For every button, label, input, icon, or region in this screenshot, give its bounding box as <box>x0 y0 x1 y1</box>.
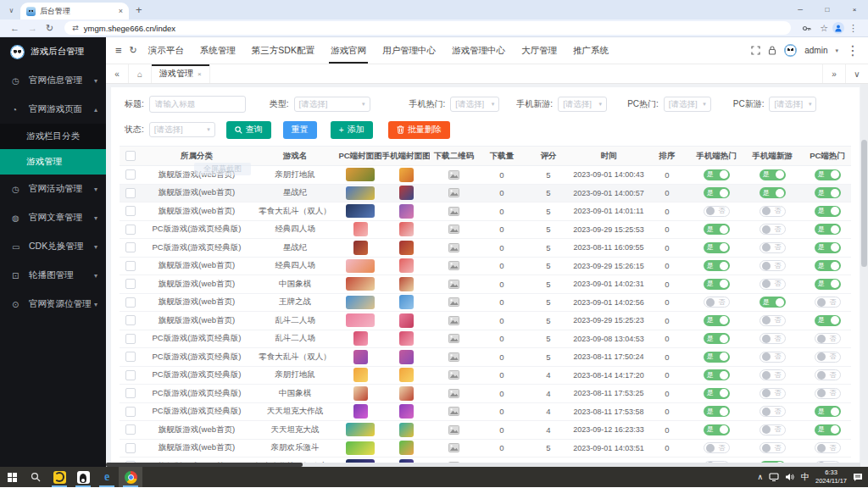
pc-cover-thumbnail[interactable] <box>346 168 375 181</box>
pc-cover-thumbnail[interactable] <box>353 386 368 401</box>
toggle-on[interactable]: 是 <box>815 187 841 198</box>
taskbar-app-qq[interactable] <box>71 467 95 487</box>
site-info-icon[interactable]: ⇄ <box>72 24 79 32</box>
add-button[interactable]: + 添加 <box>331 121 373 139</box>
search-button[interactable]: 查询 <box>226 121 271 139</box>
pc-new-select[interactable]: [请选择]▾ <box>769 97 816 112</box>
toggle-off[interactable]: 否 <box>704 442 730 453</box>
row-checkbox[interactable] <box>125 334 136 344</box>
tab-close-icon[interactable]: × <box>119 7 123 15</box>
pc-cover-thumbnail[interactable] <box>353 331 368 346</box>
pc-cover-thumbnail[interactable] <box>346 296 375 309</box>
sidebar-item-sub[interactable]: 游戏栏目分类 <box>0 124 106 149</box>
row-checkbox[interactable] <box>125 169 136 180</box>
pc-cover-thumbnail[interactable] <box>346 441 375 455</box>
more-options-icon[interactable]: ⋮ <box>846 42 860 58</box>
taskbar-search-icon[interactable] <box>24 467 47 487</box>
mobile-cover-thumbnail[interactable] <box>399 368 414 382</box>
toggle-on[interactable]: 是 <box>704 242 730 253</box>
browser-tab[interactable]: 后台管理 × <box>20 3 129 19</box>
forward-icon[interactable]: → <box>28 24 37 33</box>
topnav-item[interactable]: 系统管理 <box>200 37 236 64</box>
toggle-on[interactable]: 是 <box>815 406 841 417</box>
row-checkbox[interactable] <box>125 297 136 308</box>
toggle-off[interactable]: 否 <box>760 333 786 344</box>
toggle-off[interactable]: 否 <box>760 424 786 435</box>
toggle-on[interactable]: 是 <box>704 388 730 399</box>
home-icon[interactable]: ⌂ <box>129 64 152 83</box>
pc-cover-thumbnail[interactable] <box>346 313 375 327</box>
mobile-cover-thumbnail[interactable] <box>399 241 414 255</box>
toggle-on[interactable]: 是 <box>704 352 730 363</box>
mobile-new-select[interactable]: [请选择]▾ <box>558 97 607 112</box>
start-button[interactable] <box>0 467 24 487</box>
taskbar-app-yellow[interactable] <box>47 467 71 487</box>
toggle-off[interactable]: 否 <box>760 315 786 326</box>
topnav-item[interactable]: 演示平台 <box>148 37 184 64</box>
ime-indicator[interactable]: 中 <box>801 471 810 483</box>
pc-cover-thumbnail[interactable] <box>353 404 368 419</box>
toggle-on[interactable]: 是 <box>704 169 730 180</box>
pc-cover-thumbnail[interactable] <box>346 423 375 436</box>
toggle-on[interactable]: 是 <box>704 187 730 198</box>
toggle-on[interactable]: 是 <box>704 224 730 235</box>
toggle-on[interactable]: 是 <box>704 369 730 380</box>
toggle-on[interactable]: 是 <box>760 169 786 180</box>
toggle-on[interactable]: 是 <box>815 315 841 326</box>
toggle-off[interactable]: 否 <box>760 224 786 235</box>
row-checkbox[interactable] <box>125 388 136 398</box>
toggle-off[interactable]: 否 <box>760 206 786 217</box>
mobile-cover-thumbnail[interactable] <box>399 168 414 182</box>
chevron-down-icon[interactable]: ▾ <box>835 47 838 54</box>
mobile-cover-thumbnail[interactable] <box>399 331 414 346</box>
sidebar-group[interactable]: ◷官网信息管理▾ <box>0 66 106 95</box>
batch-delete-button[interactable]: 批量删除 <box>388 121 450 139</box>
toggle-off[interactable]: 否 <box>760 369 786 380</box>
mobile-cover-thumbnail[interactable] <box>399 350 414 364</box>
tabs-collapse-left-icon[interactable]: « <box>106 64 129 83</box>
page-tab-game-manage[interactable]: 游戏管理 × <box>152 64 210 83</box>
mobile-cover-thumbnail[interactable] <box>399 258 414 273</box>
mobile-cover-thumbnail[interactable] <box>399 277 414 291</box>
window-maximize-button[interactable]: □ <box>814 0 841 19</box>
toggle-on[interactable]: 是 <box>815 169 841 180</box>
toggle-on[interactable]: 是 <box>760 297 786 308</box>
browser-menu-icon[interactable]: ⋮ <box>849 24 858 33</box>
row-checkbox[interactable] <box>125 407 136 417</box>
toggle-off[interactable]: 否 <box>760 388 786 399</box>
toggle-off[interactable]: 否 <box>760 406 786 417</box>
row-checkbox[interactable] <box>125 352 136 362</box>
mobile-cover-thumbnail[interactable] <box>399 441 414 455</box>
window-minimize-button[interactable]: ─ <box>787 0 814 19</box>
profile-avatar[interactable] <box>832 22 844 34</box>
sidebar-group[interactable]: ◔官网游戏页面▴ <box>0 95 106 124</box>
pc-cover-thumbnail[interactable] <box>346 186 375 200</box>
pc-cover-thumbnail[interactable] <box>353 368 368 382</box>
toggle-off[interactable]: 否 <box>704 206 730 217</box>
sidebar-group[interactable]: ⊙官网资源位管理▾ <box>0 290 106 319</box>
lock-icon[interactable] <box>768 46 776 55</box>
row-checkbox[interactable] <box>125 443 136 453</box>
mobile-cover-thumbnail[interactable] <box>399 186 414 200</box>
tray-network-icon[interactable] <box>769 473 779 481</box>
tabs-menu-icon[interactable]: ∨ <box>845 64 868 83</box>
row-checkbox[interactable] <box>125 315 136 325</box>
toggle-off[interactable]: 否 <box>704 297 730 308</box>
menu-collapse-icon[interactable]: ≡ <box>115 44 122 57</box>
topnav-item[interactable]: 推广系统 <box>573 37 609 64</box>
toggle-on[interactable]: 是 <box>815 279 841 290</box>
toggle-off[interactable]: 否 <box>760 242 786 253</box>
tab-search-icon[interactable]: ∨ <box>5 4 18 17</box>
new-tab-button[interactable]: + <box>136 3 142 16</box>
tray-volume-icon[interactable] <box>785 473 795 481</box>
toggle-off[interactable]: 否 <box>815 369 841 380</box>
toggle-on[interactable]: 是 <box>704 260 730 271</box>
sidebar-group[interactable]: ▭CDK兑换管理▾ <box>0 232 106 261</box>
tray-chevron-up-icon[interactable]: ∧ <box>757 473 763 481</box>
toggle-off[interactable]: 否 <box>815 442 841 453</box>
reset-button[interactable]: 重置 <box>283 121 317 139</box>
row-checkbox[interactable] <box>125 188 136 198</box>
admin-username[interactable]: admin <box>804 46 827 55</box>
toggle-on[interactable]: 是 <box>815 206 841 217</box>
row-checkbox[interactable] <box>125 424 136 435</box>
